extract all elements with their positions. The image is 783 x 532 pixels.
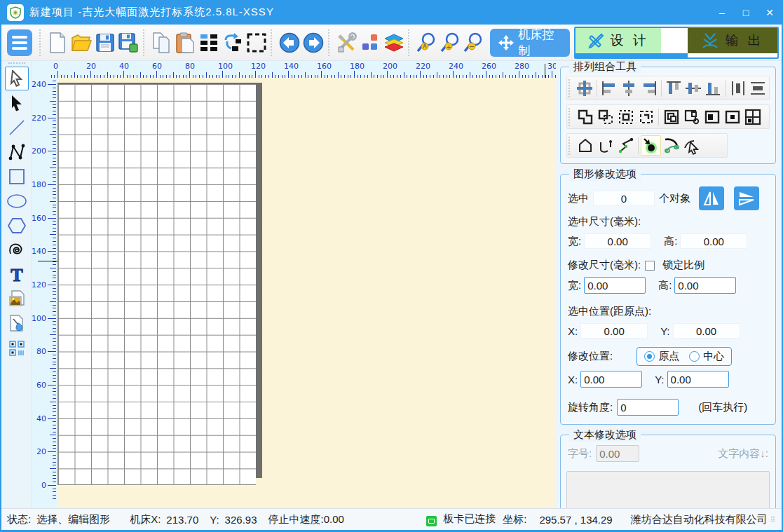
save-button[interactable] <box>93 28 117 57</box>
font-size-input[interactable] <box>596 445 639 462</box>
combine-subtract-icon[interactable] <box>595 107 615 127</box>
layers-button[interactable] <box>382 28 406 57</box>
tab-design[interactable]: 设 计 <box>576 28 661 53</box>
title-bar: 新建项目 -吉光大幅面激光打标系统2.5.8L-XSSY – □ ✕ <box>1 0 782 25</box>
node-select-icon[interactable] <box>681 135 702 156</box>
new-file-button[interactable] <box>46 28 69 57</box>
align-center-both-icon[interactable] <box>575 78 594 98</box>
zoom-fit-button[interactable]: A <box>415 28 439 57</box>
tool-image[interactable] <box>5 287 29 311</box>
maximize-button[interactable]: □ <box>734 0 758 25</box>
tab-output[interactable]: 输 出 <box>688 28 777 53</box>
speed-text: 停止中速度:0.00 <box>268 513 344 526</box>
text-content-area[interactable] <box>566 471 770 508</box>
close-button[interactable]: ✕ <box>758 0 782 25</box>
canvas-viewport[interactable] <box>57 78 556 508</box>
radio-center-dot <box>689 351 700 362</box>
v-ruler-label: 100 <box>32 314 46 323</box>
zoom-in-button[interactable]: + <box>439 28 463 57</box>
align-top-icon[interactable] <box>664 78 683 98</box>
machine-y-label: Y: <box>210 514 219 526</box>
fill-center-icon[interactable] <box>722 107 742 127</box>
modify-height-input[interactable] <box>674 277 736 294</box>
fill-corner-icon[interactable] <box>702 107 722 127</box>
close-curve-icon[interactable] <box>575 135 595 156</box>
row-grip <box>568 137 572 155</box>
back-button[interactable] <box>278 28 301 57</box>
distribute-v-icon[interactable] <box>748 78 768 98</box>
toolbar-separator <box>328 29 332 56</box>
node-edit-icon[interactable] <box>641 135 661 156</box>
mirror-vertical-button[interactable] <box>734 186 759 210</box>
weld-union-icon[interactable] <box>575 107 595 127</box>
menu-button[interactable] <box>7 29 32 56</box>
modify-width-input[interactable] <box>584 277 646 294</box>
forward-button[interactable] <box>301 28 325 57</box>
status-bar: 状态: 选择、编辑图形 机床X: 213.70 Y: 326.93 停止中速度:… <box>1 508 782 530</box>
combine-exclude-icon[interactable] <box>636 107 656 127</box>
rotate-input[interactable] <box>617 399 679 416</box>
save-as-button[interactable] <box>116 28 140 57</box>
machine-y-value: 326.93 <box>225 514 257 526</box>
open-folder-button[interactable] <box>69 28 93 57</box>
board-status-text: 板卡已连接 <box>443 512 496 524</box>
radio-origin[interactable]: 原点 <box>644 350 679 363</box>
canvas-region[interactable]: 0204060801001201401601802002202402602803… <box>32 61 556 508</box>
shape-modify-title: 图形修改选项 <box>569 168 641 181</box>
minimize-button[interactable]: – <box>710 0 734 25</box>
selected-height-value: 0.00 <box>680 233 747 249</box>
tool-polyline[interactable] <box>5 140 29 164</box>
tool-direct-select[interactable] <box>5 91 29 115</box>
marquee-select-button[interactable] <box>245 28 268 57</box>
tool-fill[interactable] <box>5 312 29 336</box>
lock-ratio-checkbox[interactable] <box>645 261 655 271</box>
group-icon[interactable] <box>661 107 681 127</box>
blocks-button[interactable] <box>358 28 382 57</box>
coord-value: 295.57 , 134.29 <box>539 514 612 526</box>
array-grid-icon[interactable] <box>742 107 763 127</box>
distribute-h-icon[interactable] <box>728 78 747 98</box>
transform-button[interactable] <box>221 28 245 57</box>
align-right-icon[interactable] <box>639 78 659 98</box>
toolbar-separator <box>39 29 43 56</box>
resize-grip[interactable]: ⠿ <box>770 516 776 524</box>
copy-button[interactable] <box>150 28 174 57</box>
tool-text[interactable]: T <box>5 263 29 287</box>
tool-select[interactable] <box>5 67 29 90</box>
tool-line[interactable] <box>5 116 29 139</box>
array-button[interactable] <box>197 28 221 57</box>
align-bottom-icon[interactable] <box>703 78 723 98</box>
ungroup-icon[interactable] <box>681 107 702 127</box>
tab-gap <box>661 28 688 53</box>
tools-button[interactable] <box>334 28 358 57</box>
align-middle-v-icon[interactable] <box>683 78 703 98</box>
tool-array-copy[interactable] <box>5 336 29 360</box>
tool-rectangle[interactable] <box>5 165 29 189</box>
work-area-grid[interactable] <box>57 84 256 485</box>
v-ruler-label: 120 <box>32 280 46 289</box>
selected-count: 0 <box>593 191 655 206</box>
paste-button[interactable] <box>174 28 198 57</box>
modify-x-input[interactable] <box>580 371 642 388</box>
combine-intersect-icon[interactable] <box>615 107 636 127</box>
tool-polygon[interactable] <box>5 214 29 238</box>
x-label: X: <box>568 325 578 337</box>
node-line-icon[interactable] <box>615 135 636 156</box>
modify-y-input[interactable] <box>667 371 729 388</box>
open-curve-icon[interactable] <box>595 135 615 156</box>
toolbar-separator <box>271 29 275 56</box>
width-label: 宽: <box>568 235 581 248</box>
tool-ellipse[interactable] <box>5 189 29 213</box>
move-arrows-icon <box>498 35 514 50</box>
align-left-icon[interactable] <box>599 78 619 98</box>
selected-size-label: 选中尺寸(毫米): <box>568 215 641 229</box>
h-ruler-label: 60 <box>152 62 162 71</box>
text-modify-title: 文本修改选项 <box>569 428 641 442</box>
radio-center[interactable]: 中心 <box>689 350 724 363</box>
tool-spiral[interactable] <box>5 238 29 262</box>
align-center-h-icon[interactable] <box>619 78 639 98</box>
zoom-out-button[interactable]: − <box>463 28 486 57</box>
mirror-horizontal-button[interactable] <box>699 186 724 210</box>
curve-cut-icon[interactable] <box>661 135 681 156</box>
machine-control-button[interactable]: 机床控制 <box>490 29 570 57</box>
